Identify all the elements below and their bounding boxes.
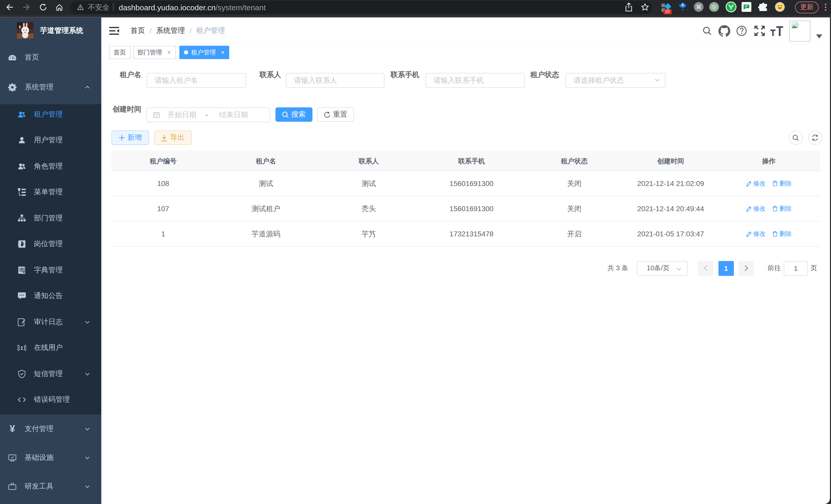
- svg-text:⌘: ⌘: [695, 4, 701, 10]
